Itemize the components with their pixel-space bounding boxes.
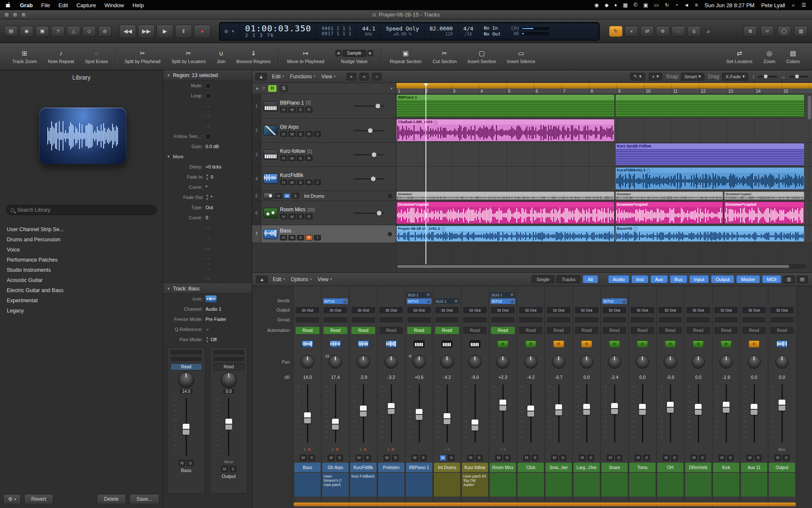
fader-cap[interactable] xyxy=(695,404,702,415)
solo-button[interactable]: S xyxy=(727,455,734,461)
volume-fader[interactable] xyxy=(378,382,405,445)
library-item[interactable]: User Channel Strip Se... xyxy=(0,224,163,235)
pan-knob[interactable] xyxy=(747,355,761,369)
insert-slot[interactable] xyxy=(213,350,245,355)
wide-view-icon[interactable]: ▤ xyxy=(797,276,808,283)
toolbar-button-join[interactable]: ∪Join xyxy=(211,50,231,64)
sync-icon[interactable]: ↻ xyxy=(665,2,669,8)
lcd-cycle-start[interactable]: 0001 1 1 1 xyxy=(322,26,351,31)
pan-knob[interactable] xyxy=(580,355,593,369)
apple-icon[interactable] xyxy=(6,2,11,8)
record-button[interactable]: ● xyxy=(194,25,211,38)
track-header-bbpiano-1[interactable]: 1BBPiano 1[2]HMSR xyxy=(252,94,396,119)
strip-extra-control[interactable]: Bnc xyxy=(779,447,785,452)
insert-slot[interactable] xyxy=(170,350,202,355)
volume-fader[interactable] xyxy=(213,395,245,458)
group-selector[interactable] xyxy=(575,317,598,323)
fader-cap[interactable] xyxy=(472,420,478,431)
mute-button[interactable]: M xyxy=(467,455,474,461)
filter-midi[interactable]: MIDI xyxy=(762,275,781,283)
minimize-window-button[interactable] xyxy=(13,12,18,17)
filter-aux[interactable]: Aux xyxy=(650,275,668,283)
cycle-range[interactable] xyxy=(396,83,812,88)
automation-mode-button[interactable]: Read xyxy=(603,327,626,334)
channel-note[interactable] xyxy=(406,473,432,497)
output-selector[interactable]: St Out xyxy=(296,307,319,313)
automation-mode-button[interactable]: Read xyxy=(491,327,515,334)
volume-fader[interactable] xyxy=(573,382,600,445)
output-selector[interactable]: St Out xyxy=(407,307,431,313)
pan-knob[interactable] xyxy=(636,355,649,369)
hide-button[interactable]: H xyxy=(280,131,287,137)
forward-button[interactable]: ▶▶ xyxy=(138,25,155,38)
mute-button[interactable]: M xyxy=(411,455,418,461)
region-drummer-copied[interactable]: Drummer*copied xyxy=(724,191,804,200)
lcd-speed-label[interactable]: Speed Only xyxy=(386,26,419,32)
pan-knob[interactable] xyxy=(552,355,565,369)
output-selector[interactable]: St Out xyxy=(714,307,738,313)
region-drummer[interactable]: Drummer xyxy=(396,191,614,200)
pan-knob[interactable] xyxy=(384,355,398,369)
record-button[interactable]: R xyxy=(305,179,313,185)
toolbar-button-colors[interactable]: ▧Colors xyxy=(781,50,805,64)
automation-mode-button[interactable]: Read xyxy=(714,327,738,334)
lcd-time[interactable]: 01:00:03.350 xyxy=(245,24,311,33)
fader-cap[interactable] xyxy=(667,402,674,413)
menu-user[interactable]: Pete Lyall xyxy=(761,2,785,8)
timeline-lanes[interactable]: BBPiano 1Cballad-1-BB_2#03◯Kurz Syntjh F… xyxy=(396,94,812,243)
channel-name[interactable]: Output xyxy=(769,463,795,472)
hide-button[interactable]: H xyxy=(280,155,287,161)
record-button[interactable]: R xyxy=(305,214,313,219)
metronome-icon[interactable]: △ xyxy=(67,26,80,37)
volume-fader[interactable] xyxy=(685,382,712,445)
pan-knob[interactable] xyxy=(468,355,482,369)
cycle-button[interactable]: ↻ xyxy=(609,26,623,37)
automation-mode-button[interactable]: Read xyxy=(296,327,319,334)
channel-note[interactable] xyxy=(378,473,404,497)
loop-browser-icon[interactable]: ◯ xyxy=(777,26,791,37)
solo-button[interactable]: S xyxy=(292,193,299,199)
solo-button[interactable]: S xyxy=(297,107,304,113)
output-selector[interactable]: St Out xyxy=(603,307,626,313)
play-button[interactable]: ▶ xyxy=(156,25,173,38)
track-volume-slider[interactable] xyxy=(354,130,384,131)
mute-button[interactable]: M xyxy=(288,179,296,185)
volume-fader[interactable] xyxy=(741,382,768,445)
solo-button[interactable]: S xyxy=(336,455,343,461)
record-enable-button[interactable]: R xyxy=(364,447,367,452)
solo-button[interactable]: S xyxy=(297,155,304,161)
send-knob-icon[interactable] xyxy=(510,300,514,303)
volume-fader[interactable] xyxy=(350,382,377,445)
output-selector[interactable]: St Out xyxy=(519,307,543,313)
group-selector[interactable] xyxy=(324,317,347,323)
volume-fader[interactable] xyxy=(517,382,544,445)
send-slot[interactable]: BUS 1 xyxy=(491,292,515,298)
menu-functions[interactable]: Functions▾ xyxy=(290,74,315,80)
region-drummer-copied[interactable]: Drummer*copied xyxy=(724,202,804,224)
send-knob-icon[interactable] xyxy=(455,300,458,303)
library-item[interactable]: Performance Patches xyxy=(0,255,163,265)
panel-arrow-button[interactable]: ▲ xyxy=(256,276,268,283)
library-item[interactable]: Studio Instruments xyxy=(0,265,163,275)
send-knob-icon[interactable] xyxy=(343,300,346,303)
region-kurz-syntjh-follow[interactable]: Kurz Syntjh Follow xyxy=(615,143,804,166)
low-latency-button[interactable]: ◌ xyxy=(672,26,685,37)
fader-cap[interactable] xyxy=(583,404,590,415)
solo-button[interactable]: S xyxy=(297,235,304,240)
library-item[interactable]: Voice xyxy=(0,245,163,255)
solo-button[interactable]: S xyxy=(297,214,304,219)
channel-name[interactable]: Larg...One xyxy=(573,463,600,472)
channel-note[interactable] xyxy=(294,473,321,497)
menu-edit[interactable]: Edit▾ xyxy=(273,276,285,282)
track-header-room-mics[interactable]: 6Room Mics[10]HMSR xyxy=(252,201,396,225)
automation-mode-button[interactable]: Read xyxy=(686,327,710,334)
track-power-button[interactable] xyxy=(388,194,392,198)
group-selector[interactable] xyxy=(351,317,375,323)
stepper-icon[interactable]: ▲ ▼ xyxy=(206,173,209,181)
hide-button[interactable]: H xyxy=(280,179,287,185)
media-toggle-icon[interactable]: ▣ xyxy=(36,26,49,37)
region-prayer-06-28-15-1-01-2[interactable]: Prayer-06-28-15_1#01.2◯ xyxy=(396,226,614,242)
volume-fader[interactable] xyxy=(768,382,796,445)
region-drummer[interactable]: Drummer xyxy=(615,191,723,200)
solo-button[interactable]: S xyxy=(420,455,427,461)
